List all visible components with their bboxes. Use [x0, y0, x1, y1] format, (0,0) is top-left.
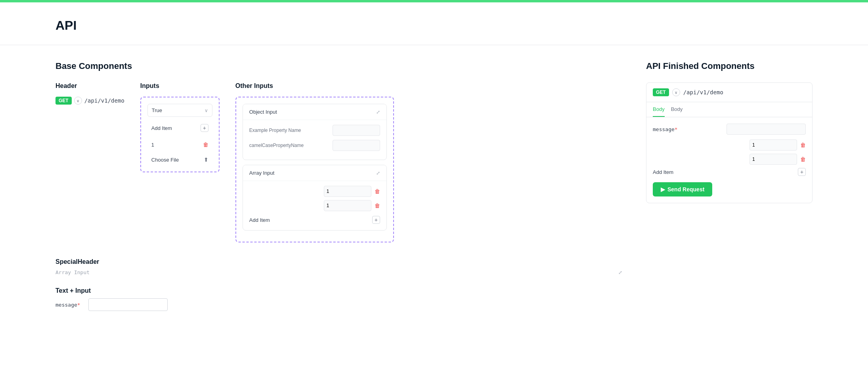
get-chevron[interactable]: ∨ — [74, 97, 82, 105]
other-inputs-column: Other Inputs Object Input ⤢ Example Prop… — [235, 82, 394, 242]
number-value: 1 — [151, 142, 154, 148]
array-input-title: Array Input — [249, 170, 275, 176]
main-content: Base Components Header GET ∨ /api/v1/dem… — [0, 45, 868, 339]
array-item-delete-2[interactable]: 🗑 — [375, 202, 380, 209]
add-item-row: Add Item + — [147, 121, 212, 135]
array-add-item-label: Add Item — [249, 217, 270, 223]
api-finished-box: GET ∨ /api/v1/demo Body Body message* — [646, 82, 813, 203]
text-input-row: message* — [55, 298, 622, 311]
right-message-asterisk: * — [675, 126, 678, 132]
select-value: True — [152, 107, 162, 113]
api-finished-body: message* 🗑 🗑 Add Item — [646, 117, 812, 203]
array-add-item-button[interactable]: + — [372, 216, 380, 224]
page-title: API — [55, 18, 813, 33]
array-expand-icon[interactable]: ⤢ — [376, 170, 380, 176]
message-input[interactable] — [88, 298, 168, 311]
right-add-item-row: Add Item + — [653, 168, 806, 176]
send-request-label: Send Request — [667, 186, 704, 193]
message-label: message* — [55, 302, 80, 308]
right-message-input[interactable] — [727, 124, 806, 135]
right-array-section: 🗑 🗑 Add Item + — [653, 139, 806, 176]
camel-case-label: camelCasePropertyName — [249, 143, 333, 148]
right-array-item-2: 🗑 — [653, 154, 806, 165]
other-inputs-label: Other Inputs — [235, 82, 394, 90]
first-component-row: Header GET ∨ /api/v1/demo Inputs True ∨ — [55, 82, 622, 242]
text-input-section: Text + Input message* — [55, 287, 622, 311]
delete-number-button[interactable]: 🗑 — [203, 141, 208, 148]
special-header-label: SpecialHeader — [55, 258, 622, 265]
example-property-input[interactable] — [333, 125, 380, 136]
array-item-1: 🗑 — [249, 186, 380, 197]
send-icon: ▶ — [661, 186, 665, 193]
special-header-row: Array Input ⤢ — [55, 269, 622, 275]
special-expand-icon[interactable]: ⤢ — [618, 270, 622, 275]
text-input-section-label: Text + Input — [55, 287, 622, 294]
page-header: API — [0, 2, 868, 45]
camel-case-input[interactable] — [333, 140, 380, 151]
array-input-section: Array Input ⤢ 🗑 🗑 — [243, 165, 387, 231]
object-input-section: Object Input ⤢ Example Property Name cam… — [243, 104, 387, 160]
object-input-body: Example Property Name camelCasePropertyN… — [243, 120, 386, 160]
right-add-item-button[interactable]: + — [798, 168, 806, 176]
get-path: /api/v1/demo — [84, 97, 124, 104]
right-array-delete-1[interactable]: 🗑 — [800, 142, 806, 148]
right-array-input-1[interactable] — [749, 139, 797, 151]
left-panel: Base Components Header GET ∨ /api/v1/dem… — [55, 61, 622, 323]
get-badge: GET ∨ /api/v1/demo — [55, 97, 124, 105]
select-chevron-icon: ∨ — [205, 108, 208, 113]
special-array-input-label: Array Input — [55, 269, 90, 275]
object-input-header: Object Input ⤢ — [243, 104, 386, 120]
add-item-label: Add Item — [151, 125, 172, 131]
right-message-label: message* — [653, 126, 678, 132]
right-array-delete-2[interactable]: 🗑 — [800, 156, 806, 162]
choose-file-row: Choose File ⬆ — [147, 154, 212, 165]
choose-file-label: Choose File — [151, 157, 179, 163]
inputs-column: Inputs True ∨ Add Item + 1 🗑 — [140, 82, 220, 242]
other-inputs-box: Object Input ⤢ Example Property Name cam… — [235, 97, 394, 242]
right-panel: API Finished Components GET ∨ /api/v1/de… — [646, 61, 813, 323]
array-input-header: Array Input ⤢ — [243, 165, 386, 181]
inputs-label: Inputs — [140, 82, 220, 90]
right-get-pill: GET — [653, 88, 669, 96]
tab-body-inactive[interactable]: Body — [671, 102, 683, 117]
object-expand-icon[interactable]: ⤢ — [376, 109, 380, 115]
right-array-input-2[interactable] — [749, 154, 797, 165]
right-get-chevron[interactable]: ∨ — [672, 88, 680, 96]
message-field-row: message* — [653, 124, 806, 135]
upload-icon[interactable]: ⬆ — [204, 156, 208, 163]
array-add-row: Add Item + — [249, 214, 380, 225]
api-finished-header: GET ∨ /api/v1/demo — [646, 83, 812, 102]
get-pill: GET — [55, 97, 72, 105]
send-request-button[interactable]: ▶ Send Request — [653, 182, 712, 196]
array-input-body: 🗑 🗑 Add Item + — [243, 181, 386, 230]
camel-case-row: camelCasePropertyName — [249, 140, 380, 151]
tab-body-active[interactable]: Body — [653, 102, 665, 117]
example-property-row: Example Property Name — [249, 125, 380, 136]
api-finished-title: API Finished Components — [646, 61, 813, 71]
header-label: Header — [55, 82, 124, 90]
array-item-delete-1[interactable]: 🗑 — [375, 188, 380, 195]
object-input-title: Object Input — [249, 109, 277, 115]
array-item-2: 🗑 — [249, 200, 380, 211]
array-item-input-1[interactable] — [324, 186, 371, 197]
number-delete-row: 1 🗑 — [147, 139, 212, 150]
header-column: Header GET ∨ /api/v1/demo — [55, 82, 124, 242]
inputs-box: True ∨ Add Item + 1 🗑 Choose — [140, 97, 220, 172]
add-item-button[interactable]: + — [201, 124, 208, 132]
example-property-label: Example Property Name — [249, 128, 333, 133]
right-add-item-label: Add Item — [653, 169, 673, 175]
array-item-input-2[interactable] — [324, 200, 371, 211]
api-tabs: Body Body — [646, 102, 812, 117]
right-get-path: /api/v1/demo — [683, 89, 723, 95]
special-header-section: SpecialHeader Array Input ⤢ — [55, 258, 622, 275]
select-row[interactable]: True ∨ — [147, 104, 212, 117]
right-array-item-1: 🗑 — [653, 139, 806, 151]
base-components-title: Base Components — [55, 61, 622, 71]
